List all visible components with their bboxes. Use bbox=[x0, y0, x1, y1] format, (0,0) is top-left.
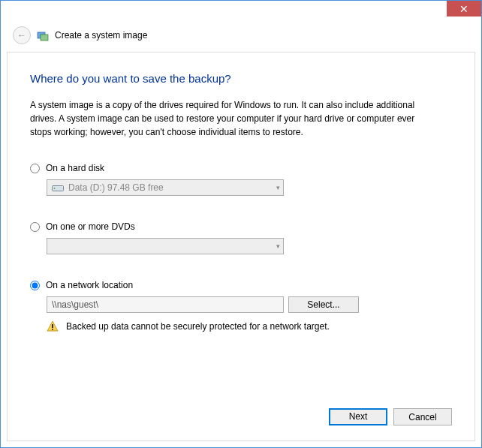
radio-hard-disk-label: On a hard disk bbox=[46, 163, 104, 173]
radio-network-label: On a network location bbox=[46, 280, 133, 290]
back-arrow-icon: ← bbox=[17, 30, 26, 41]
dvd-dropdown[interactable]: ▾ bbox=[47, 238, 284, 254]
header-title: Create a system image bbox=[55, 30, 147, 41]
system-image-icon bbox=[37, 29, 49, 41]
network-warning: Backed up data cannot be securely protec… bbox=[47, 320, 452, 332]
next-button[interactable]: Next bbox=[329, 408, 387, 425]
option-network: On a network location \\nas\guest\ Selec… bbox=[30, 280, 452, 332]
network-warning-text: Backed up data cannot be securely protec… bbox=[66, 321, 330, 332]
svg-rect-6 bbox=[52, 329, 53, 330]
radio-dvd-row[interactable]: On one or more DVDs bbox=[30, 221, 452, 232]
radio-dvd[interactable] bbox=[30, 222, 40, 232]
network-path-value: \\nas\guest\ bbox=[52, 299, 98, 310]
warning-icon bbox=[47, 320, 59, 332]
network-row: \\nas\guest\ Select... bbox=[47, 296, 452, 313]
chevron-down-icon: ▾ bbox=[276, 242, 280, 250]
network-path-input[interactable]: \\nas\guest\ bbox=[47, 296, 284, 313]
hard-disk-dropdown[interactable]: Data (D:) 97.48 GB free ▾ bbox=[47, 179, 284, 196]
select-button[interactable]: Select... bbox=[288, 296, 359, 313]
svg-point-3 bbox=[54, 188, 56, 189]
svg-rect-5 bbox=[52, 324, 53, 328]
footer: Next Cancel bbox=[30, 396, 452, 425]
radio-dvd-label: On one or more DVDs bbox=[46, 221, 135, 232]
option-hard-disk: On a hard disk Data (D:) 97.48 GB free ▾ bbox=[30, 163, 452, 196]
option-dvd: On one or more DVDs ▾ bbox=[30, 221, 452, 254]
close-icon: ✕ bbox=[459, 4, 468, 14]
drive-icon bbox=[52, 183, 64, 192]
titlebar: ✕ bbox=[1, 1, 481, 22]
content-frame: Where do you want to save the backup? A … bbox=[7, 52, 475, 441]
page-heading: Where do you want to save the backup? bbox=[30, 72, 452, 85]
back-button[interactable]: ← bbox=[13, 26, 31, 44]
chevron-down-icon: ▾ bbox=[276, 184, 280, 191]
radio-hard-disk-row[interactable]: On a hard disk bbox=[30, 163, 452, 173]
close-button[interactable]: ✕ bbox=[447, 1, 481, 17]
page-description: A system image is a copy of the drives r… bbox=[30, 98, 435, 139]
radio-network[interactable] bbox=[30, 281, 40, 290]
wizard-window: ✕ ← Create a system image Where do you w… bbox=[0, 0, 482, 448]
radio-network-row[interactable]: On a network location bbox=[30, 280, 452, 290]
radio-hard-disk[interactable] bbox=[30, 164, 40, 173]
cancel-button[interactable]: Cancel bbox=[393, 408, 452, 425]
svg-rect-1 bbox=[41, 35, 48, 41]
header: ← Create a system image bbox=[1, 22, 481, 52]
hard-disk-selected: Data (D:) 97.48 GB free bbox=[68, 182, 273, 193]
